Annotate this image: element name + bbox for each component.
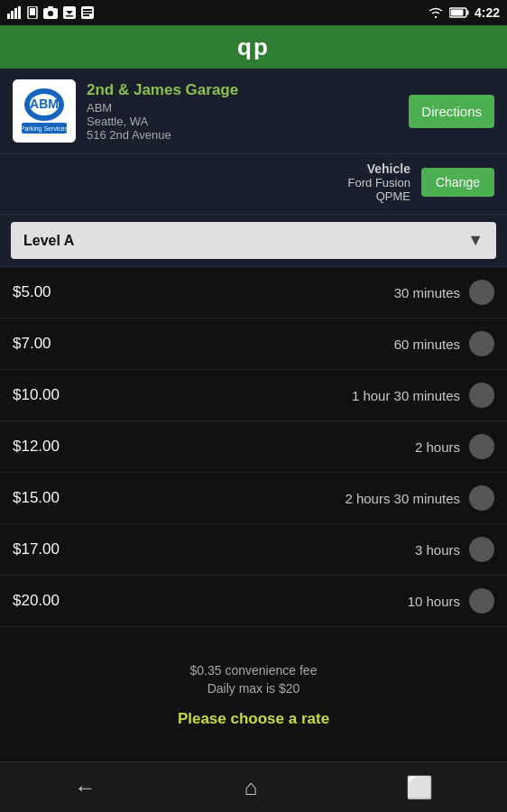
app-logo: qp (237, 33, 270, 61)
rate-row[interactable]: $15.00 2 hours 30 minutes (0, 473, 507, 524)
vehicle-subname: QPME (348, 189, 410, 203)
svg-rect-15 (83, 14, 89, 16)
vehicle-section: Vehicle Ford Fusion QPME Change (0, 154, 507, 215)
rate-row[interactable]: $5.00 30 minutes (0, 267, 507, 318)
svg-rect-18 (450, 10, 463, 16)
change-vehicle-button[interactable]: Change (421, 168, 494, 197)
level-dropdown-selected: Level A (23, 233, 74, 249)
recent-apps-button[interactable]: ⬜ (388, 768, 451, 807)
rate-price: $17.00 (13, 540, 60, 558)
rate-duration: 2 hours 30 minutes (345, 491, 460, 506)
choose-rate-prompt: Please choose a rate (13, 710, 494, 728)
rate-duration: 3 hours (415, 542, 460, 558)
convenience-fee: $0.35 convenience fee (13, 663, 494, 678)
rate-duration: 60 minutes (394, 337, 460, 352)
vehicle-label: Vehicle (348, 161, 410, 176)
rate-radio[interactable] (469, 383, 494, 408)
rate-radio[interactable] (469, 537, 494, 562)
rate-row[interactable]: $12.00 2 hours (0, 421, 507, 473)
time-display: 4:22 (475, 5, 500, 20)
rate-row[interactable]: $10.00 1 hour 30 minutes (0, 370, 507, 421)
rate-duration: 10 hours (408, 594, 460, 609)
level-dropdown[interactable]: Level A ▼ (11, 222, 496, 259)
rates-list: $5.00 30 minutes $7.00 60 minutes $10.00… (0, 267, 507, 627)
svg-rect-17 (466, 11, 468, 15)
rate-price: $5.00 (13, 283, 51, 301)
status-icons-right: 4:22 (428, 5, 500, 20)
vehicle-label-group: Vehicle Ford Fusion QPME (348, 161, 410, 203)
download-icon (63, 6, 76, 19)
garage-city: Seattle, WA (87, 115, 409, 128)
rate-right: 2 hours 30 minutes (345, 485, 494, 511)
rate-price: $12.00 (13, 438, 60, 456)
rate-radio[interactable] (469, 434, 494, 459)
battery-icon (449, 7, 469, 18)
daily-max: Daily max is $20 (13, 681, 494, 696)
camera-icon (43, 6, 58, 19)
garage-address: 516 2nd Avenue (87, 128, 409, 142)
level-dropdown-wrap: Level A ▼ (0, 215, 507, 267)
rate-radio[interactable] (469, 485, 494, 511)
garage-logo: ABM Parking Services (13, 79, 76, 143)
rate-price: $10.00 (13, 386, 60, 404)
garage-info-section: ABM Parking Services 2nd & James Garage … (0, 69, 507, 154)
signal-icon (7, 6, 22, 19)
svg-rect-1 (11, 11, 14, 19)
rate-row[interactable]: $20.00 10 hours (0, 576, 507, 627)
phone-icon (27, 6, 38, 19)
abm-logo-svg: ABM Parking Services (18, 85, 70, 137)
svg-rect-14 (83, 12, 92, 14)
rate-duration: 30 minutes (394, 285, 460, 300)
wifi-icon (428, 6, 444, 19)
vehicle-name: Ford Fusion (348, 176, 410, 189)
svg-rect-3 (18, 6, 21, 19)
svg-text:ABM: ABM (30, 97, 59, 111)
footer-info: $0.35 convenience fee Daily max is $20 P… (0, 627, 507, 746)
status-bar: 4:22 (0, 0, 507, 25)
rate-row[interactable]: $17.00 3 hours (0, 524, 507, 576)
app-header: qp (0, 25, 507, 69)
bottom-nav: ← ⌂ ⬜ (0, 761, 507, 812)
rate-right: 60 minutes (394, 331, 494, 356)
svg-rect-0 (7, 14, 10, 19)
rate-radio[interactable] (469, 331, 494, 356)
chevron-down-icon: ▼ (467, 231, 484, 250)
rate-price: $15.00 (13, 489, 60, 507)
rate-right: 30 minutes (394, 280, 494, 305)
garage-brand: ABM (87, 101, 409, 115)
svg-rect-11 (66, 15, 73, 17)
back-button[interactable]: ← (56, 768, 114, 807)
rate-radio[interactable] (469, 280, 494, 305)
garage-name: 2nd & James Garage (87, 81, 409, 99)
svg-rect-2 (14, 8, 17, 19)
rate-duration: 1 hour 30 minutes (352, 388, 460, 403)
svg-point-7 (48, 11, 53, 16)
svg-rect-5 (30, 8, 35, 15)
home-button[interactable]: ⌂ (226, 768, 276, 807)
rate-right: 10 hours (408, 588, 494, 614)
svg-text:Parking Services: Parking Services (21, 125, 69, 133)
rate-radio[interactable] (469, 588, 494, 614)
rate-right: 3 hours (415, 537, 494, 562)
svg-rect-8 (48, 6, 53, 9)
directions-button[interactable]: Directions (409, 95, 494, 128)
rate-right: 1 hour 30 minutes (352, 383, 494, 408)
svg-rect-13 (83, 9, 92, 11)
rate-price: $7.00 (13, 335, 51, 353)
rate-price: $20.00 (13, 592, 60, 610)
rate-duration: 2 hours (415, 439, 460, 455)
task-icon (81, 6, 94, 19)
rate-right: 2 hours (415, 434, 494, 459)
rate-row[interactable]: $7.00 60 minutes (0, 318, 507, 370)
status-icons-left (7, 6, 94, 19)
garage-details: 2nd & James Garage ABM Seattle, WA 516 2… (76, 81, 409, 142)
